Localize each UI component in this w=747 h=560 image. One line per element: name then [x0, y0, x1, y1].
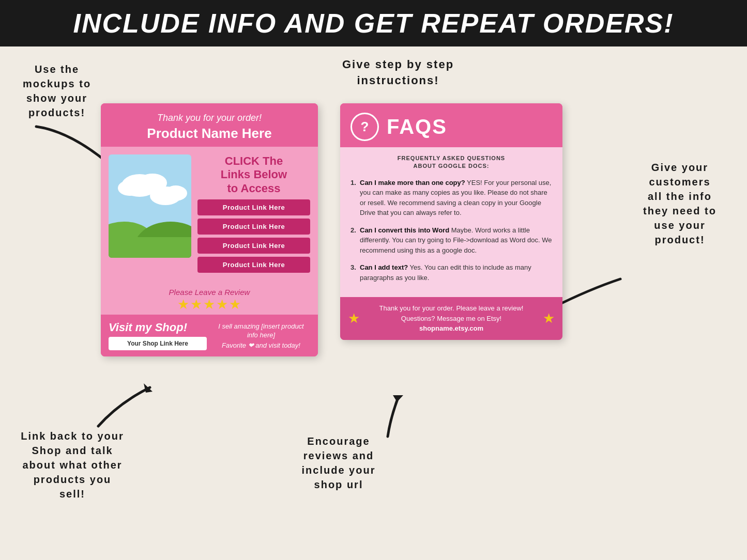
please-review-text: Please Leave a Review	[101, 288, 318, 297]
arrow-bottom-center	[362, 387, 414, 439]
right-card-body: FREQUENTLY ASKED QUESTIONSABOUT GOOGLE D…	[340, 147, 562, 297]
footer-shop-url: shopname.etsy.com	[365, 323, 538, 334]
footer-text: Thank you for your order. Please leave a…	[365, 303, 538, 334]
footer-star-left: ★	[348, 310, 360, 326]
left-card: Thank you for your order! Product Name H…	[101, 103, 318, 356]
faq-question-3: Can I add text?	[360, 263, 408, 271]
right-card: ? FAQS FREQUENTLY ASKED QUESTIONSABOUT G…	[340, 103, 562, 340]
svg-point-7	[118, 180, 141, 196]
page-header: INCLUDE INFO AND GET REPEAT ORDERS!	[0, 0, 747, 46]
shop-link-button[interactable]: Your Shop Link Here	[109, 337, 207, 350]
product-image-area	[109, 154, 191, 258]
stars: ★★★★★	[101, 297, 318, 313]
thank-you-text: Thank you for your order!	[111, 113, 308, 123]
faq-item-3: Can I add text? Yes. You can edit this t…	[350, 262, 552, 283]
visit-shop-left: Visit my Shop! Your Shop Link Here	[109, 321, 207, 350]
product-name: Product Name Here	[111, 126, 308, 142]
faq-icon-text: ?	[361, 119, 369, 135]
faq-question-2: Can I convert this into Word	[360, 226, 449, 234]
visit-shop-title: Visit my Shop!	[109, 321, 207, 334]
arrow-bottom-left	[88, 377, 155, 429]
click-links-text: CLICK TheLinks Belowto Access	[197, 154, 310, 195]
faqs-title: FAQS	[387, 115, 447, 138]
annotation-right-middle: Give yourcustomersall the infothey need …	[628, 160, 731, 247]
right-card-footer: ★ Thank you for your order. Please leave…	[340, 297, 562, 340]
header-title: INCLUDE INFO AND GET REPEAT ORDERS!	[73, 8, 674, 39]
annotation-top-left: Use themockups toshow yourproducts!	[16, 62, 98, 120]
faq-item-1: Can I make more than one copy? YES! For …	[350, 178, 552, 218]
faq-icon: ?	[350, 113, 379, 141]
faq-list: Can I make more than one copy? YES! For …	[350, 178, 552, 283]
product-link-2[interactable]: Product Link Here	[197, 219, 310, 235]
favorite-text: Favorite ❤ and visit today!	[212, 341, 310, 349]
review-section: Please Leave a Review ★★★★★	[101, 284, 318, 315]
footer-thank-you: Thank you for your order. Please leave a…	[365, 303, 538, 323]
left-card-header: Thank you for your order! Product Name H…	[101, 103, 318, 147]
svg-rect-12	[109, 237, 191, 258]
product-link-1[interactable]: Product Link Here	[197, 199, 310, 215]
right-card-header: ? FAQS	[340, 103, 562, 147]
product-link-3[interactable]: Product Link Here	[197, 238, 310, 254]
faq-question-1: Can I make more than one copy?	[360, 179, 465, 186]
main-content: Use themockups toshow yourproducts! Give…	[0, 46, 747, 560]
annotation-bottom-left: Link back to yourShop and talkabout what…	[16, 429, 129, 501]
links-area: CLICK TheLinks Belowto Access Product Li…	[197, 154, 310, 276]
left-card-footer: Visit my Shop! Your Shop Link Here I sel…	[101, 315, 318, 356]
faq-item-2: Can I convert this into Word Maybe. Word…	[350, 225, 552, 256]
footer-star-right: ★	[543, 310, 555, 326]
amazing-text: I sell amazing [insert product info here…	[212, 322, 310, 340]
svg-point-9	[164, 185, 187, 201]
visit-shop-right: I sell amazing [insert product info here…	[212, 322, 310, 349]
faq-subtitle: FREQUENTLY ASKED QUESTIONSABOUT GOOGLE D…	[350, 154, 552, 170]
annotation-bottom-center: Encouragereviews andinclude yourshop url	[274, 434, 403, 492]
left-card-body: CLICK TheLinks Belowto Access Product Li…	[101, 147, 318, 284]
product-link-4[interactable]: Product Link Here	[197, 257, 310, 273]
annotation-top-center: Give step by stepinstructions!	[321, 57, 476, 89]
